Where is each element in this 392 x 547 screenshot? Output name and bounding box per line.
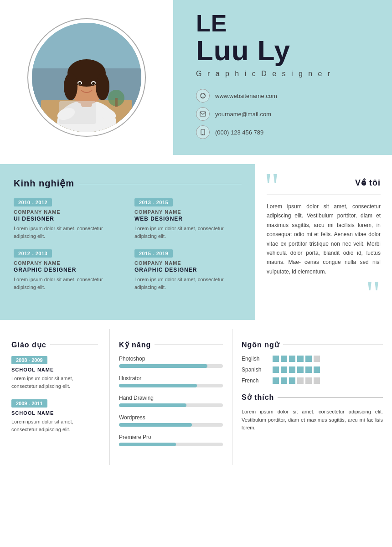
svg-point-11 bbox=[78, 82, 81, 85]
exp-years-3: 2012 - 2013 bbox=[14, 249, 52, 258]
hobbies-title-row: Sở thích bbox=[242, 393, 383, 402]
skill-bar-bg-premiere bbox=[119, 443, 223, 446]
skill-bar-fill-premiere bbox=[119, 443, 176, 446]
edu-desc-2: Lorem ipsum dolor sit amet, consectetur … bbox=[11, 418, 98, 433]
education-title: Giáo dục bbox=[11, 341, 46, 349]
languages-title-row: Ngôn ngữ bbox=[242, 341, 383, 349]
lang-dot bbox=[281, 356, 287, 362]
lang-dot bbox=[305, 366, 312, 373]
lang-hobby-section: Ngôn ngữ English Spanish bbox=[232, 329, 392, 465]
lang-dot bbox=[289, 356, 295, 362]
svg-point-7 bbox=[64, 73, 77, 100]
skills-divider bbox=[155, 345, 223, 345]
website-icon bbox=[196, 89, 210, 103]
skills-title: Kỹ năng bbox=[119, 341, 151, 349]
lang-spanish: Spanish bbox=[242, 366, 383, 373]
languages-title: Ngôn ngữ bbox=[242, 341, 279, 349]
lang-english-dots bbox=[273, 356, 320, 362]
skill-bar-bg-illustrator bbox=[119, 384, 223, 387]
header-section: LE Luu Ly G r a p h i c D e s i g n e r … bbox=[0, 0, 392, 155]
skill-photoshop: Photoshop bbox=[119, 356, 223, 368]
lang-dot bbox=[289, 366, 295, 373]
skill-handdrawing: Hand Drawing bbox=[119, 395, 223, 407]
svg-rect-15 bbox=[115, 98, 118, 107]
edu-item-2: 2009 - 2011 SCHOOL NAME Lorem ipsum dolo… bbox=[11, 399, 98, 433]
contact-website: www.websitename.com bbox=[196, 89, 369, 103]
exp-company-2: COMPANY NAME bbox=[134, 209, 242, 215]
lang-dot bbox=[314, 366, 320, 373]
lang-dot-empty bbox=[314, 377, 320, 384]
exp-item-1: 2010 - 2012 COMPANY NAME UI DESIGNER Lor… bbox=[14, 198, 121, 240]
lang-dot-empty bbox=[297, 377, 304, 384]
skill-name-photoshop: Photoshop bbox=[119, 356, 223, 362]
skill-wordpress: Wordpress bbox=[119, 414, 223, 427]
lang-french: French bbox=[242, 377, 383, 384]
hobbies-divider bbox=[278, 397, 383, 397]
website-text: www.websitename.com bbox=[215, 93, 277, 99]
skill-name-handdrawing: Hand Drawing bbox=[119, 395, 223, 401]
exp-role-4: GRAPHIC DESIGNER bbox=[134, 267, 242, 273]
lang-french-dots bbox=[273, 377, 320, 384]
experience-title: Kinh nghiệm bbox=[14, 178, 74, 189]
skill-name-wordpress: Wordpress bbox=[119, 414, 223, 421]
edu-school-2: SCHOOL NAME bbox=[11, 410, 98, 416]
svg-point-8 bbox=[96, 73, 109, 100]
lang-dot bbox=[273, 356, 279, 362]
exp-desc-3: Lorem ipsum dolor sit amet, consectetur … bbox=[14, 276, 121, 291]
lang-dot bbox=[289, 377, 295, 384]
phone-text: (000) 123 456 789 bbox=[215, 129, 263, 136]
edu-years-1: 2008 - 2009 bbox=[11, 356, 47, 364]
lang-dot-empty bbox=[314, 356, 320, 362]
exp-desc-1: Lorem ipsum dolor sit amet, consectetur … bbox=[14, 225, 121, 240]
exp-desc-4: Lorem ipsum dolor sit amet, consectetur … bbox=[134, 276, 242, 291]
exp-item-2: 2013 - 2015 COMPANY NAME WEB DESIGNER Lo… bbox=[134, 198, 242, 240]
edu-years-2: 2009 - 2011 bbox=[11, 399, 47, 408]
photo-area bbox=[0, 0, 173, 155]
exp-desc-2: Lorem ipsum dolor sit amet, consectetur … bbox=[134, 225, 242, 240]
exp-company-3: COMPANY NAME bbox=[14, 260, 121, 266]
header-info: LE Luu Ly G r a p h i c D e s i g n e r … bbox=[173, 0, 392, 155]
svg-rect-18 bbox=[200, 112, 206, 116]
experience-grid: 2010 - 2012 COMPANY NAME UI DESIGNER Lor… bbox=[14, 198, 242, 291]
exp-role-2: WEB DESIGNER bbox=[134, 216, 242, 222]
about-title: Về tôi bbox=[267, 178, 381, 188]
education-divider bbox=[50, 345, 98, 345]
hobbies-title: Sở thích bbox=[242, 393, 274, 402]
skill-bar-fill-illustrator bbox=[119, 384, 197, 387]
skill-premiere: Premiere Pro bbox=[119, 434, 223, 446]
exp-company-4: COMPANY NAME bbox=[134, 260, 242, 266]
photo-circle-outer bbox=[27, 18, 146, 137]
lang-english: English bbox=[242, 356, 383, 362]
email-text: yourname@mail.com bbox=[215, 111, 271, 118]
last-name: LE bbox=[196, 11, 369, 35]
exp-item-4: 2015 - 2019 COMPANY NAME GRAPHIC DESIGNE… bbox=[134, 249, 242, 291]
exp-role-1: UI DESIGNER bbox=[14, 216, 121, 222]
education-section: Giáo dục 2008 - 2009 SCHOOL NAME Lorem i… bbox=[0, 329, 109, 465]
experience-title-row: Kinh nghiệm bbox=[14, 178, 242, 189]
quote-close-icon: " bbox=[267, 281, 381, 306]
skill-illustrator: Illustrator bbox=[119, 375, 223, 387]
lang-dot-empty bbox=[305, 377, 312, 384]
lang-dot bbox=[281, 377, 287, 384]
experience-divider bbox=[79, 184, 242, 184]
skill-name-premiere: Premiere Pro bbox=[119, 434, 223, 440]
skill-name-illustrator: Illustrator bbox=[119, 375, 223, 382]
skill-bar-bg-photoshop bbox=[119, 364, 223, 368]
lang-dot bbox=[297, 356, 304, 362]
skill-bar-bg-wordpress bbox=[119, 423, 223, 427]
skill-bar-fill-wordpress bbox=[119, 423, 192, 427]
exp-years-1: 2010 - 2012 bbox=[14, 198, 52, 206]
edu-item-1: 2008 - 2009 SCHOOL NAME Lorem ipsum dolo… bbox=[11, 356, 98, 390]
exp-item-3: 2012 - 2013 COMPANY NAME GRAPHIC DESIGNE… bbox=[14, 249, 121, 291]
lang-dot bbox=[281, 366, 287, 373]
hobbies-subsection: Sở thích Lorem ipsum dolor sit amet, con… bbox=[242, 393, 383, 432]
edu-desc-1: Lorem ipsum dolor sit amet, consectetur … bbox=[11, 375, 98, 390]
photo-circle-inner bbox=[32, 23, 141, 132]
job-title: G r a p h i c D e s i g n e r bbox=[196, 70, 369, 78]
hobby-text: Lorem ipsum dolor sit amet, consectetur … bbox=[242, 408, 383, 432]
quote-open-icon: " bbox=[264, 173, 279, 199]
contact-email: yourname@mail.com bbox=[196, 107, 369, 121]
lang-dot bbox=[273, 366, 279, 373]
skill-bar-fill-photoshop bbox=[119, 364, 207, 368]
skill-bar-fill-handdrawing bbox=[119, 403, 186, 407]
